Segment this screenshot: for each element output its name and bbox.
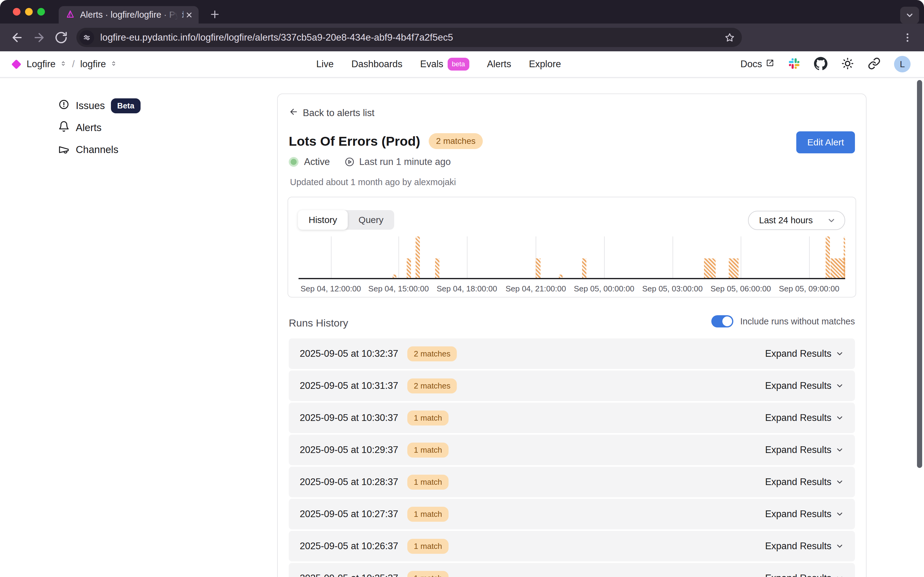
run-match-count-badge: 2 matches [407,347,457,361]
tab-close-icon[interactable] [185,11,193,19]
slack-icon[interactable] [788,57,801,71]
nav-right-actions: Docs L [740,51,911,77]
run-row[interactable]: 2025-09-05 at 10:26:37 1 match Expand Re… [289,531,855,561]
reload-button[interactable] [55,31,68,44]
browser-menu-icon[interactable] [901,31,914,44]
chart-gridline [809,237,810,278]
page-content: Issues Beta Alerts Channels Back to aler… [0,78,924,577]
org-selector-chevrons-icon[interactable] [60,60,67,69]
url-bar[interactable]: logfire-eu.pydantic.info/logfire/logfire… [76,28,742,47]
chart-x-axis [298,278,845,279]
chevron-down-icon [835,382,844,390]
runs-list: 2025-09-05 at 10:32:37 2 matches Expand … [289,338,855,577]
chevron-down-icon [835,446,844,454]
expand-results-button[interactable]: Expand Results [765,413,844,423]
theme-sun-icon[interactable] [841,57,854,71]
chart-x-labels: Sep 04, 12:00:00Sep 04, 15:00:00Sep 04, … [298,284,845,295]
updated-label: Updated about 1 month ago by alexmojaki [290,177,456,187]
nav-alerts[interactable]: Alerts [487,59,511,69]
run-row[interactable]: 2025-09-05 at 10:27:37 1 match Expand Re… [289,499,855,529]
tab-history[interactable]: History [298,210,348,230]
run-match-count-badge: 1 match [407,539,448,554]
run-row[interactable]: 2025-09-05 at 10:29:37 1 match Expand Re… [289,435,855,465]
run-row[interactable]: 2025-09-05 at 10:32:37 2 matches Expand … [289,338,855,369]
run-timestamp: 2025-09-05 at 10:25:37 [300,573,398,577]
nav-live[interactable]: Live [316,59,334,69]
tab-search-button[interactable] [900,7,919,24]
chart-x-tick-label: Sep 05, 00:00:00 [574,284,634,293]
chart-gridline [672,237,673,278]
chart-gridline [741,237,741,278]
run-match-count-badge: 1 match [407,571,448,577]
docs-link[interactable]: Docs [740,59,774,69]
run-row[interactable]: 2025-09-05 at 10:30:37 1 match Expand Re… [289,403,855,433]
url-text[interactable]: logfire-eu.pydantic.info/logfire/logfire… [100,32,724,43]
chart-bar [559,275,563,278]
history-query-tabs: History Query [298,210,394,230]
chart-bar [729,258,739,278]
chart-x-tick-label: Sep 05, 03:00:00 [642,284,703,293]
fullscreen-window-button[interactable] [37,8,45,16]
org-selector[interactable]: Logfire [27,59,56,69]
nav-explore[interactable]: Explore [529,59,561,69]
chart-bar [826,237,830,278]
evals-beta-badge: beta [448,58,469,71]
sidebar-item-alerts[interactable]: Alerts [58,119,102,136]
tab-query[interactable]: Query [348,210,394,230]
chart-bar [407,258,411,278]
chart-bar [704,258,716,278]
run-match-count-badge: 2 matches [407,379,457,393]
run-match-count-badge: 1 match [407,507,448,522]
chart-x-tick-label: Sep 04, 12:00:00 [301,284,361,293]
chevron-down-icon [827,216,836,225]
chart-x-tick-label: Sep 05, 06:00:00 [710,284,771,293]
include-runs-toggle[interactable] [711,315,733,327]
browser-tab[interactable]: Alerts · logfire/logfire · Pydant [59,6,198,24]
share-link-icon[interactable] [868,57,880,71]
run-row[interactable]: 2025-09-05 at 10:31:37 2 matches Expand … [289,371,855,401]
nav-evals[interactable]: Evals beta [420,58,469,71]
github-icon[interactable] [814,57,827,71]
new-tab-button[interactable] [209,8,221,20]
bell-icon [58,121,70,135]
site-settings-icon[interactable] [79,30,94,45]
alert-matches-badge: 2 matches [429,133,483,149]
page-scrollbar[interactable] [917,80,922,468]
include-runs-toggle-label: Include runs without matches [740,316,855,327]
back-button[interactable] [10,31,24,44]
user-avatar[interactable]: L [894,56,911,73]
expand-results-button[interactable]: Expand Results [765,445,844,455]
run-timestamp: 2025-09-05 at 10:29:37 [300,445,398,455]
project-selector-chevrons-icon[interactable] [110,60,117,69]
run-match-count-badge: 1 match [407,443,448,458]
run-timestamp: 2025-09-05 at 10:27:37 [300,509,398,520]
run-row[interactable]: 2025-09-05 at 10:28:37 1 match Expand Re… [289,467,855,497]
breadcrumb: Logfire / logfire [10,51,117,77]
bookmark-star-icon[interactable] [724,32,735,43]
expand-results-button[interactable]: Expand Results [765,509,844,520]
megaphone-icon [58,144,70,155]
project-selector[interactable]: logfire [80,59,106,69]
back-to-alerts-link[interactable]: Back to alerts list [289,107,374,119]
nav-dashboards[interactable]: Dashboards [352,59,402,69]
expand-results-button[interactable]: Expand Results [765,541,844,552]
sidebar-item-issues[interactable]: Issues Beta [58,97,140,114]
run-timestamp: 2025-09-05 at 10:26:37 [300,541,398,552]
edit-alert-button[interactable]: Edit Alert [796,131,855,153]
active-status-icon [289,157,298,167]
time-range-dropdown[interactable]: Last 24 hours [748,211,845,230]
expand-results-button[interactable]: Expand Results [765,477,844,487]
expand-results-button[interactable]: Expand Results [765,573,844,577]
chart-bar [582,258,586,278]
close-window-button[interactable] [13,8,21,16]
run-timestamp: 2025-09-05 at 10:28:37 [300,477,398,487]
run-row[interactable]: 2025-09-05 at 10:25:37 1 match Expand Re… [289,563,855,577]
issues-beta-badge: Beta [111,98,140,113]
chart-bar [435,258,439,278]
forward-button[interactable] [32,31,46,44]
logfire-favicon-icon [65,10,75,21]
sidebar-item-channels[interactable]: Channels [58,141,118,158]
minimize-window-button[interactable] [25,8,33,16]
expand-results-button[interactable]: Expand Results [765,348,844,359]
expand-results-button[interactable]: Expand Results [765,380,844,391]
